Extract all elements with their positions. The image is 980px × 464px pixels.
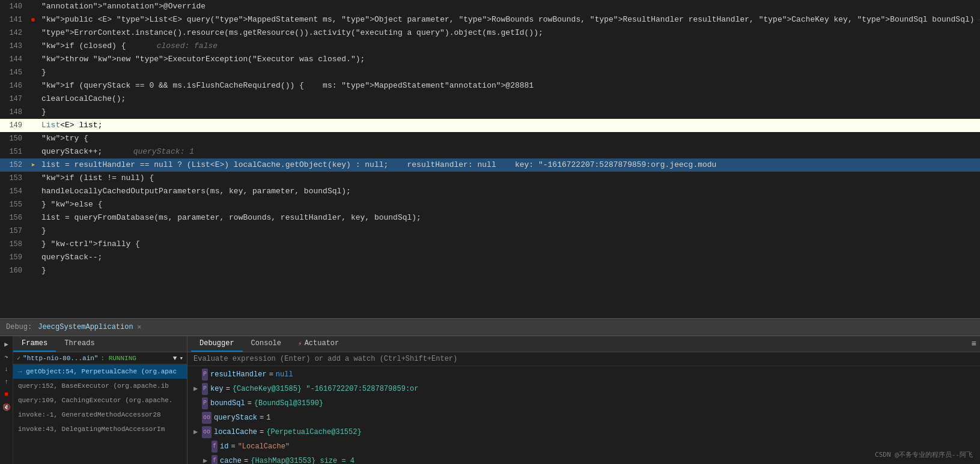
var-name: queryStack xyxy=(214,412,257,424)
filter-icon[interactable]: ▼ xyxy=(173,355,177,362)
tab-debugger[interactable]: Debugger xyxy=(191,336,243,352)
line-number: 155 xyxy=(0,198,27,211)
debug-close-icon[interactable]: × xyxy=(137,323,142,332)
frame-item-2[interactable]: query:109, CachingExecutor (org.apache. xyxy=(13,393,187,408)
line-number: 141 xyxy=(0,13,27,26)
var-type: P xyxy=(202,397,208,409)
thread-status-green: ✓ xyxy=(17,355,20,362)
var-value: {HashMap@31553} size = 4 xyxy=(251,455,355,464)
var-item-2[interactable]: PboundSql = {BoundSql@31590} xyxy=(187,396,980,411)
tab-actuator[interactable]: ⚡ Actuator xyxy=(290,336,347,352)
gutter xyxy=(27,211,39,224)
code-line-141[interactable]: 141●"kw">public <E> "type">List<E> query… xyxy=(0,13,980,26)
code-line-142[interactable]: 142"type">ErrorContext.instance().resour… xyxy=(0,26,980,40)
debug-app-name[interactable]: JeecgSystemApplication xyxy=(38,323,133,331)
expand-icon[interactable]: ▶ xyxy=(193,426,202,438)
code-line-140[interactable]: 140"annotation">"annotation">@Override xyxy=(0,0,980,13)
line-number: 144 xyxy=(0,53,27,66)
expand-icon[interactable]: ▶ xyxy=(203,455,212,464)
step-into-icon[interactable]: ↓ xyxy=(1,364,12,375)
stop-icon[interactable]: ■ xyxy=(1,389,12,400)
code-text: } "kw">else { xyxy=(39,198,980,211)
editor-area: 140"annotation">"annotation">@Override14… xyxy=(0,0,980,318)
line-number: 146 xyxy=(0,79,27,92)
frame-item-0[interactable]: → getObject:54, PerpetualCache (org.apac xyxy=(13,364,187,379)
frame-item-3[interactable]: invoke:-1, GeneratedMethodAccessor28 xyxy=(13,408,187,422)
code-line-152[interactable]: 152➤list = resultHandler == null ? (List… xyxy=(0,158,980,172)
gutter xyxy=(27,53,39,66)
debug-bar: Debug: JeecgSystemApplication × xyxy=(0,318,980,336)
var-name: id xyxy=(220,441,228,453)
tab-console[interactable]: Console xyxy=(243,336,290,352)
var-type: P xyxy=(202,369,208,381)
left-toolbar-icons: ▶ ↷ ↓ ↑ ■ 🔇 xyxy=(0,336,13,464)
var-type: oo xyxy=(202,426,212,438)
code-line-146[interactable]: 146"kw">if (queryStack == 0 && ms.isFlus… xyxy=(0,79,980,92)
gutter xyxy=(27,198,39,211)
gutter xyxy=(27,251,39,264)
code-text: queryStack++; queryStack: 1 xyxy=(39,145,980,158)
step-out-icon[interactable]: ↑ xyxy=(1,376,12,387)
var-value: {CacheKey@31585} "-1616722207:5287879859… xyxy=(233,383,419,395)
code-line-149[interactable]: 149List<E> list; xyxy=(0,119,980,132)
var-equals: = xyxy=(269,369,273,381)
var-value: null xyxy=(276,369,293,381)
code-line-153[interactable]: 153"kw">if (list != null) { xyxy=(0,172,980,185)
gutter: ➤ xyxy=(27,158,39,172)
code-line-159[interactable]: 159queryStack--; xyxy=(0,251,980,264)
var-equals: = xyxy=(260,426,264,438)
code-line-154[interactable]: 154handleLocallyCachedOutputParameters(m… xyxy=(0,185,980,198)
line-number: 158 xyxy=(0,238,27,251)
thread-status-text: : RUNNING xyxy=(100,355,136,362)
thread-row: ✓ "http-nio-80...ain" : RUNNING ▼ ▾ xyxy=(13,352,187,364)
frame-item-1[interactable]: query:152, BaseExecutor (org.apache.ib xyxy=(13,379,187,393)
panel-tabs: Frames Threads xyxy=(13,336,187,352)
line-number: 148 xyxy=(0,106,27,119)
tab-frames[interactable]: Frames xyxy=(13,336,56,352)
gutter xyxy=(27,40,39,53)
var-item-3[interactable]: ooqueryStack = 1 xyxy=(187,411,980,425)
code-line-150[interactable]: 150"kw">try { xyxy=(0,132,980,145)
code-line-151[interactable]: 151queryStack++; queryStack: 1 xyxy=(0,145,980,158)
code-line-156[interactable]: 156list = queryFromDatabase(ms, paramete… xyxy=(0,211,980,224)
code-lines: 140"annotation">"annotation">@Override14… xyxy=(0,0,980,277)
thread-name: "http-nio-80...ain" xyxy=(23,355,98,362)
var-value: {PerpetualCache@31552} xyxy=(266,426,361,438)
code-line-145[interactable]: 145} xyxy=(0,66,980,79)
gutter xyxy=(27,145,39,158)
var-item-0[interactable]: PresultHandler = null xyxy=(187,367,980,382)
code-line-147[interactable]: 147clearLocalCache(); xyxy=(0,92,980,106)
var-equals: = xyxy=(244,455,248,464)
hamburger-menu[interactable]: ≡ xyxy=(972,339,976,349)
var-item-1[interactable]: ▶ Pkey = {CacheKey@31585} "-1616722207:5… xyxy=(187,382,980,396)
tab-threads[interactable]: Threads xyxy=(56,336,103,352)
var-equals: = xyxy=(260,412,264,424)
code-line-143[interactable]: 143"kw">if (closed) { closed: false xyxy=(0,40,980,53)
code-line-144[interactable]: 144"kw">throw "kw">new "type">ExecutorEx… xyxy=(0,53,980,66)
var-item-4[interactable]: ▶ oolocalCache = {PerpetualCache@31552} xyxy=(187,425,980,439)
var-item-5[interactable]: fid = "LocalCache" xyxy=(187,439,980,454)
mute-icon[interactable]: 🔇 xyxy=(1,402,12,412)
gutter xyxy=(27,172,39,185)
code-line-157[interactable]: 157} xyxy=(0,224,980,238)
expand-icon[interactable]: ▶ xyxy=(193,383,202,395)
code-line-158[interactable]: 158} "kw-ctrl">finally { xyxy=(0,238,980,251)
code-text: list = resultHandler == null ? (List<E>)… xyxy=(39,158,980,172)
dropdown-icon[interactable]: ▾ xyxy=(179,354,183,362)
var-item-6[interactable]: ▶ fcache = {HashMap@31553} size = 4 xyxy=(187,454,980,464)
code-line-160[interactable]: 160} xyxy=(0,264,980,277)
code-text: queryStack--; xyxy=(39,251,980,264)
line-number: 147 xyxy=(0,92,27,106)
resume-icon[interactable]: ▶ xyxy=(1,339,12,349)
line-number: 145 xyxy=(0,66,27,79)
right-panel: Debugger Console ⚡ Actuator ≡ Evaluate e… xyxy=(187,336,980,464)
code-text: "kw">throw "kw">new "type">ExecutorExcep… xyxy=(39,53,980,66)
step-over-icon[interactable]: ↷ xyxy=(1,351,12,362)
code-line-155[interactable]: 155} "kw">else { xyxy=(0,198,980,211)
actuator-icon: ⚡ xyxy=(298,340,302,348)
code-line-148[interactable]: 148} xyxy=(0,106,980,119)
debugger-tabs: Debugger Console ⚡ Actuator ≡ xyxy=(187,336,980,352)
var-name: cache xyxy=(220,455,242,464)
var-type: f xyxy=(212,441,218,453)
frame-item-4[interactable]: invoke:43, DelegatingMethodAccessorIm xyxy=(13,422,187,436)
